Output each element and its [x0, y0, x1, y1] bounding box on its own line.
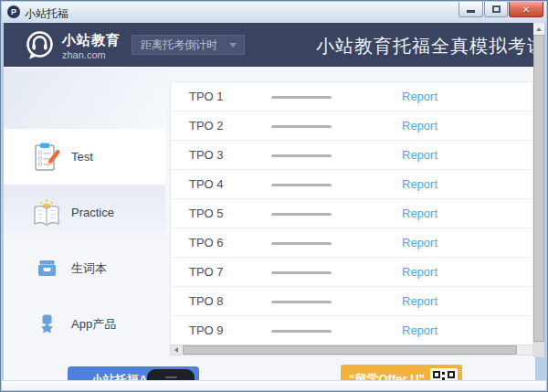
sidebar-item-app-products[interactable]: App产品: [4, 296, 165, 352]
sidebar-item-wordbook[interactable]: 生词本: [4, 240, 165, 296]
sidebar-banner: [4, 69, 165, 129]
progress-line: [271, 330, 332, 333]
progress-line: [271, 242, 332, 245]
countdown-dropdown-value: 距离托考倒计时: [141, 37, 229, 53]
window-title: 小站托福: [25, 6, 68, 22]
headset-bubble-icon: [24, 29, 57, 62]
progress-line: [271, 213, 332, 216]
minimize-button[interactable]: [458, 2, 483, 17]
maximize-icon: [492, 5, 501, 13]
scroll-left-button[interactable]: [171, 345, 182, 355]
chevron-down-icon: [229, 43, 237, 48]
tpo-label: TPO 7: [189, 265, 224, 279]
report-link[interactable]: Report: [402, 265, 437, 279]
tpo-label: TPO 9: [189, 323, 224, 337]
progress-line: [271, 125, 332, 128]
report-link[interactable]: Report: [402, 323, 437, 337]
table-row[interactable]: TPO 7 Report: [171, 258, 532, 287]
sidebar-item-label: Practice: [71, 206, 114, 219]
tpo-label: TPO 4: [189, 177, 224, 191]
report-link[interactable]: Report: [402, 148, 437, 162]
footer: 小站托福APP “留学Offer U”: [4, 355, 535, 382]
sidebar-item-test[interactable]: Test: [4, 129, 165, 185]
brand-logo: 小站教育 zhan.com: [24, 29, 121, 62]
tpo-label: TPO 5: [189, 207, 224, 220]
report-link[interactable]: Report: [402, 294, 437, 308]
brand-name: 小站教育: [62, 32, 121, 49]
tpo-label: TPO 1: [189, 90, 224, 103]
tpo-rows: TPO 1 Report TPO 2 Report TPO 3 Report T…: [171, 82, 532, 345]
table-row[interactable]: TPO 9 Report: [171, 316, 532, 345]
progress-line: [271, 154, 332, 157]
report-link[interactable]: Report: [402, 236, 437, 249]
window-bottom-frame: [2, 380, 546, 390]
tpo-label: TPO 6: [189, 236, 224, 249]
table-row[interactable]: TPO 1 Report: [171, 82, 532, 111]
sidebar-item-label: App产品: [71, 316, 116, 333]
window-controls: ✕: [458, 2, 543, 18]
progress-line: [271, 96, 332, 99]
brand-domain: zhan.com: [62, 49, 121, 60]
table-row[interactable]: TPO 6 Report: [171, 228, 532, 258]
horizontal-scroll-thumb[interactable]: [183, 345, 517, 355]
progress-line: [271, 301, 332, 303]
book-bulb-icon: [31, 198, 62, 228]
report-link[interactable]: Report: [402, 177, 437, 191]
tpo-label: TPO 3: [189, 148, 224, 162]
minimize-icon: [467, 10, 475, 13]
sidebar-item-label: Test: [71, 150, 93, 164]
scroll-up-button[interactable]: [533, 23, 544, 35]
sidebar: Test: [4, 67, 165, 382]
app-window: P 小站托福 ✕ 小站教育 zhan.com 距离托考倒计时: [0, 0, 548, 392]
countdown-dropdown[interactable]: 距离托考倒计时: [132, 35, 245, 55]
vertical-scrollbar[interactable]: [533, 23, 544, 357]
table-row[interactable]: TPO 5 Report: [171, 199, 532, 228]
sidebar-item-practice[interactable]: Practice: [4, 185, 165, 240]
table-row[interactable]: TPO 2 Report: [171, 111, 532, 141]
table-row[interactable]: TPO 4 Report: [171, 170, 532, 199]
clipboard-pencil-icon: [31, 142, 62, 172]
titlebar[interactable]: P 小站托福 ✕: [2, 2, 546, 23]
progress-line: [271, 271, 332, 274]
table-row[interactable]: TPO 8 Report: [171, 287, 532, 316]
medal-icon: [31, 314, 62, 334]
arrow-up-icon: [536, 27, 542, 31]
close-button[interactable]: ✕: [509, 2, 543, 17]
report-link[interactable]: Report: [402, 207, 437, 220]
tpo-label: TPO 2: [189, 119, 224, 132]
progress-line: [271, 184, 332, 186]
tpo-label: TPO 8: [189, 294, 224, 308]
maximize-button[interactable]: [484, 2, 508, 17]
wordbook-box-icon: [31, 260, 62, 277]
vertical-scroll-thumb[interactable]: [533, 35, 544, 342]
sidebar-item-label: 生词本: [71, 260, 107, 277]
app-logo-icon: P: [7, 5, 20, 18]
tpo-list: TPO 1 Report TPO 2 Report TPO 3 Report T…: [170, 81, 533, 345]
report-link[interactable]: Report: [402, 119, 437, 132]
main-area: Test: [4, 67, 535, 382]
close-icon: ✕: [522, 5, 530, 15]
report-link[interactable]: Report: [402, 90, 437, 103]
page-title: 小站教育托福全真模拟考试: [316, 34, 535, 58]
app-header: 小站教育 zhan.com 距离托考倒计时 小站教育托福全真模拟考试: [4, 23, 535, 67]
table-row[interactable]: TPO 3 Report: [171, 141, 532, 170]
arrow-left-icon: [174, 347, 178, 353]
